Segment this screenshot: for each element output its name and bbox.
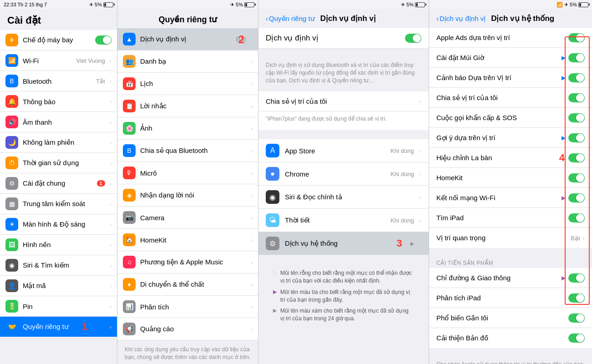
chrome-value: Khi dùng — [390, 171, 414, 177]
timezone-toggle[interactable] — [568, 53, 585, 62]
weather-label: Thời tiết — [285, 216, 385, 224]
controlcenter-label: Trung tâm kiểm soát — [23, 200, 105, 208]
privacy-item-calendar[interactable]: 📅Lịch› — [117, 73, 258, 95]
app-item-appstore[interactable]: AApp StoreKhi dùng› — [258, 139, 429, 162]
settings-item-siri[interactable]: ◉Siri & Tìm kiếm› — [0, 255, 117, 276]
maps-label: Cải thiện Bản đồ — [436, 334, 568, 342]
siri-icon: ◉ — [266, 190, 279, 204]
settings-item-faceid[interactable]: 👤Mặt mã› — [0, 276, 117, 296]
settings-item-notifications[interactable]: 🔔Thông báo› — [0, 91, 117, 112]
locationwarning-toggle[interactable] — [568, 73, 585, 82]
privacy-label: Quyền riêng tư — [23, 323, 105, 331]
share-location-group: Chia sẻ vị trí của tôi › "iPhan7plus" đa… — [258, 91, 429, 130]
settings-item-dnd[interactable]: 🌙Không làm phiền› — [0, 132, 117, 153]
app-item-weather[interactable]: 🌤Thời tiếtKhi dùng› — [258, 209, 429, 232]
settings-item-controlcenter[interactable]: ▦Trung tâm kiểm soát› — [0, 194, 117, 214]
status-bar-col1: 22:33 Th 2 15 thg 7 ✈ 5% — [0, 0, 117, 9]
privacy-item-speechrec[interactable]: ◈Nhận dạng lời nói› — [117, 184, 258, 207]
settings-item-wifi[interactable]: 📶Wi-FiViet Vuong› — [0, 51, 117, 71]
popular-toggle[interactable] — [568, 313, 585, 323]
locationsuggestions-toggle[interactable] — [568, 133, 585, 142]
reminders-icon: 📋 — [123, 100, 136, 112]
chevron-icon: › — [110, 262, 111, 269]
chevron-icon: › — [110, 180, 111, 187]
legend-text-1: Mũi tên màu tía cho biết rằng một mục đã… — [280, 288, 414, 304]
chevron-icon: › — [110, 160, 111, 167]
notifications-icon: 🔔 — [5, 95, 18, 108]
chevron-icon: › — [251, 214, 253, 221]
compass-toggle[interactable] — [568, 153, 585, 162]
privacy-item-wrapper-analytics: 📊Phân tích› — [117, 296, 258, 318]
chevron-icon: › — [583, 235, 585, 242]
airplane-toggle[interactable] — [95, 35, 111, 45]
chevron-icon: › — [251, 125, 253, 132]
privacy-item-media[interactable]: ♫Phương tiện & Apple Music› — [117, 251, 258, 273]
legend-item-1: ▶Mũi tên màu tía cho biết rằng một mục đ… — [266, 287, 421, 306]
privacy-item-analytics[interactable]: 📊Phân tích› — [117, 296, 258, 318]
app-item-systemservice[interactable]: ⚙Dịch vụ hệ thống3▶› — [258, 232, 429, 255]
location-breadcrumb[interactable]: ‹ Quyền riêng tư — [266, 15, 315, 23]
sounds-icon: 🔊 — [5, 116, 18, 128]
location-toggle-label: Dịch vụ định vị — [266, 33, 319, 43]
battery3 — [415, 2, 425, 7]
homekit-label: HomeKit — [140, 236, 246, 244]
privacy-item-bluetooth2[interactable]: BChia sẻ qua Bluetooth› — [117, 140, 258, 162]
general-label: Cài đặt chung — [23, 179, 92, 187]
emergency-toggle[interactable] — [568, 113, 585, 122]
privacy-icon: 🤝 — [5, 320, 18, 333]
speechrec-icon: ◈ — [123, 189, 136, 202]
chevron-icon: › — [110, 98, 111, 105]
motion-icon: ♦ — [123, 278, 136, 291]
settings-item-screentime[interactable]: ⏱Thời gian sử dụng› — [0, 153, 117, 173]
analytics-icon: 📊 — [123, 300, 136, 313]
privacy-item-location[interactable]: ▲Dịch vụ định vịBật› — [117, 28, 258, 51]
sharemylocation-toggle[interactable] — [568, 93, 585, 102]
step-3: 3 — [396, 238, 402, 248]
settings-item-airplane[interactable]: ✈Chế độ máy bay — [0, 30, 117, 51]
system-breadcrumb[interactable]: ‹ Dịch vụ định vị — [436, 15, 486, 23]
privacy-item-wrapper-microphone: 🎙Micrô› — [117, 162, 258, 184]
findipad-toggle[interactable] — [568, 213, 585, 222]
settings-item-sounds[interactable]: 🔊Âm thanh› — [0, 112, 117, 132]
legend-text-2: Mũi tên màu xám cho biết rằng một mục đã… — [280, 307, 414, 323]
routing-toggle[interactable] — [568, 273, 585, 283]
chevron-icon: › — [251, 36, 253, 43]
location-toggle[interactable] — [405, 34, 421, 43]
settings-item-wallpaper[interactable]: 🖼Hình nền› — [0, 235, 117, 255]
location-arrow-icon: ▶ — [410, 241, 414, 247]
app-item-chrome[interactable]: ●ChromeKhi dùng› — [258, 162, 429, 186]
privacy-item-photos[interactable]: 🌸Ảnh› — [117, 117, 258, 140]
appleads-toggle[interactable] — [568, 33, 585, 42]
privacy-item-wrapper-camera: 📷Camera› — [117, 207, 258, 229]
system-item-findipad: Tìm iPad — [429, 208, 592, 228]
chevron-icon: › — [110, 139, 111, 146]
settings-item-battery[interactable]: 🔋Pin› — [0, 296, 117, 317]
wifi-toggle[interactable] — [568, 193, 585, 202]
app-item-siri[interactable]: ◉Siri & Đọc chính tả› — [258, 186, 429, 209]
product-item-maps: Cải thiện Bản đồ — [429, 328, 592, 348]
locationsuggestions-label: Gợi ý dựa trên vị trí — [436, 134, 562, 142]
maps-toggle[interactable] — [568, 334, 585, 343]
privacy-item-reminders[interactable]: 📋Lời nhắc› — [117, 95, 258, 117]
wifi-label: Wi-Fi — [23, 57, 72, 65]
privacy-item-motion[interactable]: ♦Di chuyển & thể chất› — [117, 273, 258, 296]
privacy-item-ads[interactable]: 📢Quảng cáo› — [117, 318, 258, 340]
appstore-label: App Store — [285, 147, 385, 155]
siri-icon: ◉ — [5, 259, 18, 272]
settings-item-bluetooth[interactable]: BBluetoothTắt› — [0, 71, 117, 91]
system-service-column: ‹ Dịch vụ định vị Dịch vụ hệ thống Apple… — [429, 9, 592, 364]
settings-item-display[interactable]: ☀Màn hình & Độ sáng› — [0, 214, 117, 235]
emergency-label: Cuộc gọi khẩn cấp & SOS — [436, 114, 568, 122]
settings-item-general[interactable]: ⚙Cài đặt chung1› — [0, 173, 117, 194]
general-badge: 1 — [97, 180, 105, 187]
privacy-item-contacts[interactable]: 👥Danh bạ› — [117, 51, 258, 73]
controlcenter-icon: ▦ — [5, 197, 18, 210]
privacy-item-microphone[interactable]: 🎙Micrô› — [117, 162, 258, 184]
display-label: Màn hình & Độ sáng — [23, 220, 105, 228]
homekit-toggle[interactable] — [568, 173, 585, 182]
privacy-item-homekit[interactable]: 🏠HomeKit› — [117, 229, 258, 251]
privacy-item-camera[interactable]: 📷Camera› — [117, 207, 258, 229]
ipadanalytics-toggle[interactable] — [568, 293, 585, 303]
settings-item-privacy[interactable]: 🤝Quyền riêng tư›1 — [0, 317, 117, 337]
share-location-item[interactable]: Chia sẻ vị trí của tôi › — [258, 91, 429, 111]
